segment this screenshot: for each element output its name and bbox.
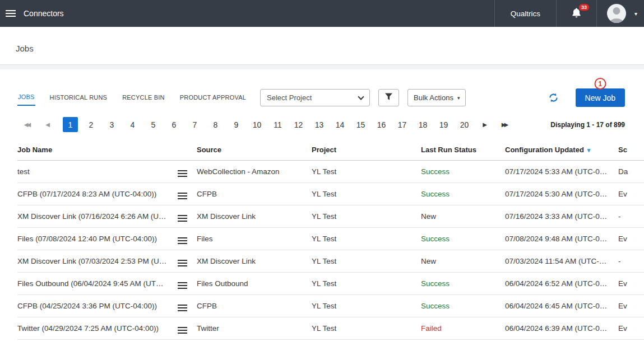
- tab-historical-runs[interactable]: HISTORICAL RUNS: [49, 90, 108, 105]
- bulk-actions-button[interactable]: Bulk Actions ▾: [407, 89, 466, 106]
- updated-cell: 07/08/2024 9:48 AM (UTC-0…: [505, 228, 618, 250]
- row-menu-icon[interactable]: [177, 213, 188, 223]
- first-page-button[interactable]: ◀◀: [17, 117, 38, 132]
- page-button-5[interactable]: 5: [146, 117, 161, 132]
- row-menu-icon[interactable]: [177, 280, 188, 291]
- pagination-bar: ◀◀ ◀ 1234567891011121314151617181920 ▶ ▶…: [0, 107, 644, 132]
- tabs: JOBSHISTORICAL RUNSRECYCLE BINPRODUCT AP…: [17, 90, 247, 106]
- status-cell: Success: [421, 295, 505, 317]
- schedule-cell: Ev: [618, 183, 644, 205]
- page-button-9[interactable]: 9: [229, 117, 244, 132]
- tab-product-approval[interactable]: PRODUCT APPROVAL: [179, 90, 247, 105]
- page-button-13[interactable]: 13: [312, 117, 327, 132]
- page-button-7[interactable]: 7: [187, 117, 202, 132]
- page-button-17[interactable]: 17: [395, 117, 410, 132]
- updated-cell: 07/17/2024 5:30 AM (UTC-0…: [505, 183, 618, 205]
- divider-band: [0, 65, 644, 69]
- schedule-cell: -: [618, 250, 644, 273]
- filter-button[interactable]: [378, 89, 399, 106]
- menu-icon[interactable]: [0, 0, 21, 27]
- notifications-button[interactable]: 33: [556, 0, 596, 27]
- schedule-cell: -: [618, 205, 644, 228]
- schedule-cell: Da: [618, 161, 644, 183]
- page-title: Jobs: [16, 44, 644, 53]
- page-button-12[interactable]: 12: [291, 117, 306, 132]
- bulk-actions-label: Bulk Actions: [414, 93, 453, 102]
- column-header-last-run-status[interactable]: Last Run Status: [421, 146, 505, 161]
- page-button-1[interactable]: 1: [63, 117, 78, 132]
- prev-page-button[interactable]: ◀: [38, 117, 58, 132]
- column-header-source[interactable]: Source: [197, 146, 312, 161]
- page-button-19[interactable]: 19: [436, 117, 451, 132]
- column-header-job-name[interactable]: Job Name: [17, 146, 177, 161]
- configuration-updated-label: Configuration Updated: [505, 146, 584, 154]
- row-menu-icon[interactable]: [177, 325, 188, 335]
- page-button-6[interactable]: 6: [166, 117, 182, 132]
- schedule-cell: Ev: [618, 317, 644, 340]
- annotation-marker-1: 1: [594, 78, 606, 90]
- pagination-summary: Displaying 1 - 17 of 899: [550, 121, 625, 129]
- row-menu-icon[interactable]: [177, 191, 188, 201]
- account-menu[interactable]: ▾: [596, 0, 644, 27]
- page-button-2[interactable]: 2: [84, 117, 99, 132]
- source-cell: CFPB: [197, 183, 312, 205]
- row-menu-icon[interactable]: [177, 258, 188, 268]
- page-button-10[interactable]: 10: [249, 117, 265, 132]
- status-cell: Success: [421, 273, 505, 295]
- row-menu-icon[interactable]: [177, 236, 188, 246]
- pagination-pages: 1234567891011121314151617181920: [60, 117, 475, 132]
- source-cell: Files Outbound: [197, 273, 312, 295]
- row-menu-cell: [177, 205, 197, 228]
- schedule-cell: Ev: [618, 273, 644, 295]
- job-name-cell: CFPB (04/25/2024 3:36 PM (UTC-04:00)): [17, 295, 177, 317]
- job-name-cell: CFPB (07/17/2024 8:23 AM (UTC-04:00)): [17, 183, 177, 205]
- project-select-value: Select Project: [267, 93, 312, 102]
- page-button-11[interactable]: 11: [270, 117, 285, 132]
- page-button-20[interactable]: 20: [457, 117, 472, 132]
- column-header-menu: [177, 146, 197, 161]
- project-cell: YL Test: [312, 228, 421, 250]
- sort-caret-icon: ▾: [587, 147, 591, 153]
- app-title: Connectors: [24, 9, 64, 18]
- row-menu-icon[interactable]: [177, 169, 188, 179]
- page-button-16[interactable]: 16: [374, 117, 389, 132]
- project-cell: YL Test: [312, 161, 421, 183]
- column-header-project[interactable]: Project: [312, 146, 421, 161]
- refresh-button[interactable]: [548, 92, 559, 104]
- page-button-18[interactable]: 18: [415, 117, 430, 132]
- row-menu-cell: [177, 317, 197, 340]
- next-page-button[interactable]: ▶: [475, 117, 495, 132]
- status-cell: Success: [421, 183, 505, 205]
- row-menu-icon[interactable]: [177, 303, 188, 313]
- table-row: test WebCollection - Amazon YL Test Succ…: [17, 161, 644, 183]
- page-button-8[interactable]: 8: [208, 117, 223, 132]
- page-button-4[interactable]: 4: [125, 117, 140, 132]
- funnel-icon: [384, 92, 393, 103]
- refresh-icon: [548, 92, 559, 105]
- updated-cell: 06/04/2024 6:39 AM (UTC-0…: [505, 317, 618, 340]
- last-page-button[interactable]: ▶▶: [495, 117, 515, 132]
- source-cell: XM Discover Link: [197, 250, 312, 273]
- job-name-cell: Files Outbound (06/04/2024 9:45 AM (UT…: [17, 273, 177, 295]
- source-cell: Files: [197, 228, 312, 250]
- row-menu-cell: [177, 183, 197, 205]
- job-name-cell: test: [17, 161, 177, 183]
- new-job-button[interactable]: New Job: [576, 88, 625, 107]
- project-select[interactable]: Select Project: [260, 89, 370, 106]
- column-header-schedule[interactable]: Sc: [618, 146, 644, 161]
- page-button-3[interactable]: 3: [104, 117, 119, 132]
- status-cell: New: [421, 250, 505, 273]
- column-header-configuration-updated[interactable]: Configuration Updated▾: [505, 146, 618, 161]
- project-cell: YL Test: [312, 317, 421, 340]
- tab-recycle-bin[interactable]: RECYCLE BIN: [122, 90, 165, 105]
- updated-cell: 06/04/2024 6:45 AM (UTC-0…: [505, 295, 618, 317]
- page-button-15[interactable]: 15: [353, 117, 368, 132]
- job-name-cell: Twitter (04/29/2024 7:25 AM (UTC-04:00)): [17, 317, 177, 340]
- tab-jobs[interactable]: JOBS: [17, 90, 35, 106]
- page-button-14[interactable]: 14: [332, 117, 348, 132]
- chevron-down-icon: [358, 93, 364, 100]
- chevron-down-icon: ▾: [634, 11, 637, 17]
- table-row: Twitter (04/29/2024 7:25 AM (UTC-04:00))…: [17, 317, 644, 340]
- project-cell: YL Test: [312, 183, 421, 205]
- jobs-table-body: test WebCollection - Amazon YL Test Succ…: [17, 161, 644, 340]
